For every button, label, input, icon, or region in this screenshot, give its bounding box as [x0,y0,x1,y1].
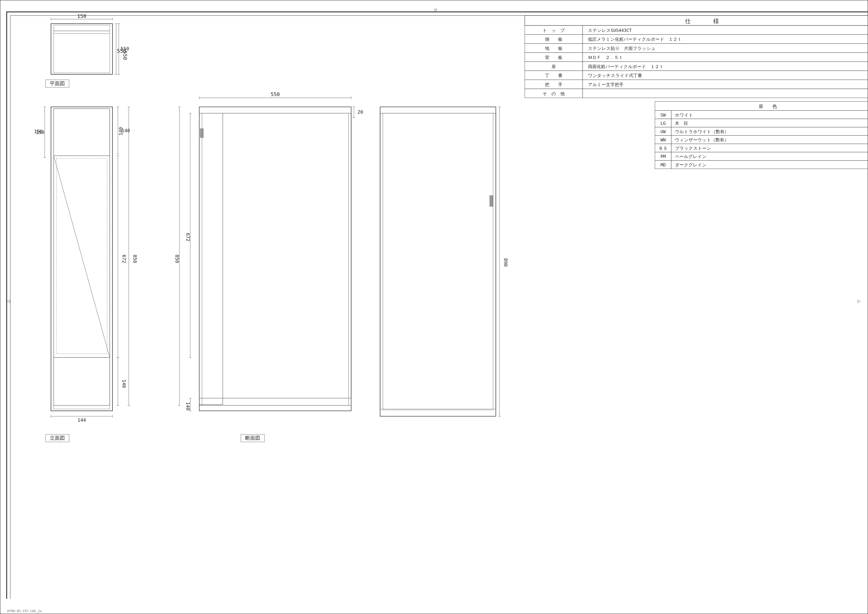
svg-rect-80 [380,107,496,416]
svg-text:側　　板: 側 板 [545,37,563,42]
svg-text:ブラックストーン: ブラックストーン [675,146,711,151]
svg-text:MD: MD [660,162,666,168]
svg-rect-125 [671,110,868,119]
svg-text:ステンレスSUS443CT: ステンレスSUS443CT [588,28,632,33]
svg-text:140: 140 [185,402,191,411]
svg-text:扉: 扉 [552,64,556,69]
svg-text:背　　板: 背 板 [545,55,563,60]
svg-text:木　目: 木 目 [675,121,688,126]
svg-text:WN: WN [660,137,666,142]
svg-rect-82 [383,113,493,410]
svg-rect-55 [200,129,203,138]
svg-text:ワンタッチスライド式丁番: ワンタッチスライド式丁番 [588,73,642,78]
svg-text:低圧メラミン化粧パーティクルボード　１２ｔ: 低圧メラミン化粧パーティクルボード １２ｔ [588,37,682,42]
svg-text:平面図: 平面図 [50,81,65,86]
filename-label: KT80-85-15T-CAD_jw [7,609,42,613]
svg-text:PM: PM [660,154,666,159]
svg-rect-52 [199,107,351,113]
svg-text:ステンレス貼り　片面フラッシュ: ステンレス貼り 片面フラッシュ [588,46,656,51]
svg-text:140: 140 [118,127,124,135]
svg-text:672: 672 [121,255,127,263]
svg-rect-3 [54,25,110,73]
svg-rect-1 [10,16,868,599]
svg-text:仕　　様: 仕 様 [685,18,723,25]
svg-rect-54 [199,113,223,404]
svg-text:550: 550 [121,46,129,51]
svg-text:672: 672 [185,233,191,241]
svg-text:ト　ッ　プ: ト ッ プ [542,28,565,33]
svg-rect-83 [490,196,493,206]
svg-rect-19 [54,109,110,156]
svg-text:丁　　番: 丁 番 [545,73,563,78]
svg-text:アルミー文字把手: アルミー文字把手 [588,82,623,87]
svg-text:ホワイト: ホワイト [675,112,693,118]
svg-text:150: 150 [77,13,86,19]
svg-rect-104 [583,53,868,62]
svg-rect-116 [583,80,868,89]
svg-rect-120 [583,89,868,98]
svg-rect-18 [54,109,110,409]
svg-text:そ　の　他: そ の 他 [542,91,565,96]
svg-text:150: 150 [34,129,43,134]
svg-rect-22 [54,358,110,406]
svg-rect-81 [380,107,496,113]
svg-text:20: 20 [358,109,363,115]
svg-text:両面化粧パーティクルボード　１２ｔ: 両面化粧パーティクルボード １２ｔ [588,64,663,69]
svg-text:SW: SW [660,112,666,118]
svg-text:ウィンザーウット（艶有）: ウィンザーウット（艶有） [675,137,728,142]
svg-rect-129 [671,119,868,127]
svg-text:地　　板: 地 板 [545,46,563,51]
svg-text:850: 850 [174,255,180,263]
svg-rect-17 [51,107,113,411]
svg-rect-53 [202,113,349,406]
svg-text:ＭＤＦ　２．５ｔ: ＭＤＦ ２．５ｔ [588,55,623,60]
svg-text:ダークグレイン: ダークグレイン [675,162,707,168]
svg-text:144: 144 [78,417,86,423]
svg-rect-2 [51,23,113,75]
svg-rect-51 [199,107,351,411]
svg-text:ＢＳ: ＢＳ [659,146,667,151]
svg-text:890: 890 [503,258,508,267]
svg-text:850: 850 [132,255,138,263]
svg-text:立面図: 立面図 [50,435,65,441]
svg-text:UW: UW [660,129,666,134]
svg-text:ペールグレイン: ペールグレイン [675,154,707,159]
svg-text:140: 140 [121,379,127,388]
svg-text:把　　手: 把 手 [545,82,563,87]
svg-rect-0 [7,12,868,599]
page: ▽ ◁ ▷ 150 550 550 平面図 [0,0,868,614]
svg-text:断面図: 断面図 [245,435,260,441]
svg-text:ウルトラホワイト（艶有）: ウルトラホワイト（艶有） [675,129,729,134]
svg-text:扉　色: 扉 色 [758,104,779,109]
svg-line-21 [54,156,110,358]
svg-rect-57 [199,406,351,411]
svg-rect-84 [380,409,496,416]
drawing-svg: 150 550 550 平面図 150 140 [0,0,868,599]
svg-text:LG: LG [660,121,666,126]
svg-text:550: 550 [271,91,280,97]
